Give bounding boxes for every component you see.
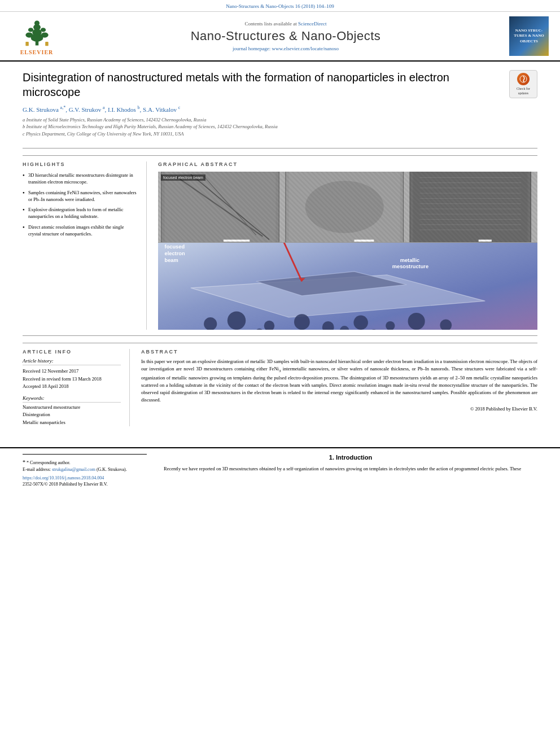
svg-rect-12	[158, 172, 537, 242]
journal-name: Nano-Structures & Nano-Objects	[73, 29, 498, 43]
highlight-item-1: 3D hierarchical metallic mesostructures …	[23, 172, 138, 186]
svg-point-8	[40, 28, 45, 32]
article-body: Disintegration of nanostructured metals …	[0, 62, 560, 447]
svg-point-6	[41, 33, 48, 38]
svg-rect-38	[479, 239, 492, 241]
keyword-1: Nanostructured mesostructure	[23, 404, 121, 412]
ga-bottom-image: focused electron beam metallic mesostruc…	[158, 243, 537, 330]
journal-header: ELSEVIER Contents lists available at Sci…	[0, 12, 560, 62]
journal-title-block: Contents lists available at ScienceDirec…	[73, 21, 498, 51]
affiliations: a Institute of Solid State Physics, Russ…	[23, 116, 498, 138]
authors: G.K. Strukova a,*, G.V. Strukov a, I.I. …	[23, 105, 498, 113]
graphical-abstract-column: GRAPHICAL ABSTRACT focused electron beam	[158, 161, 537, 330]
homepage-line: journal homepage: www.elsevier.com/locat…	[73, 46, 498, 51]
article-history-label: Article history:	[23, 358, 121, 365]
check-updates-label: Check forupdates	[517, 87, 530, 95]
footnote-column: * * Corresponding author. E-mail address…	[23, 454, 147, 487]
journal-bar-text: Nano-Structures & Nano-Objects 16 (2018)…	[226, 3, 334, 9]
accepted-date: Accepted 18 April 2018	[23, 383, 121, 391]
highlight-item-4: Direct atomic resolution images exhibit …	[23, 224, 138, 238]
svg-point-53	[294, 314, 310, 330]
intro-section-title: 1. Introduction	[164, 454, 537, 461]
highlights-graphical-section: HIGHLIGHTS 3D hierarchical metallic meso…	[23, 155, 537, 336]
email-note: E-mail address: strukgalina@gmail.com (G…	[23, 466, 147, 473]
highlight-item-2: Samples containing FeNi3 nanowires, silv…	[23, 189, 138, 203]
svg-text:metallic: metallic	[400, 257, 419, 263]
svg-point-57	[408, 313, 425, 330]
elsevier-tree-icon	[21, 17, 53, 48]
intro-text: Recently we have reported on 3D mesostru…	[164, 465, 537, 473]
svg-rect-21	[410, 172, 531, 242]
svg-point-4	[34, 20, 39, 25]
abstract-label: ABSTRACT	[141, 349, 537, 355]
article-title: Disintegration of nanostructured metals …	[23, 70, 498, 99]
check-updates-icon	[517, 73, 530, 85]
svg-text:beam: beam	[165, 257, 178, 263]
ga-top-label: focused electron beam	[161, 174, 205, 181]
svg-point-55	[353, 315, 368, 329]
cover-text: NANO STRUC- TURES & NANO OBJECTS	[511, 28, 546, 43]
homepage-link[interactable]: www.elsevier.com/locate/nanoso	[272, 46, 339, 51]
sciencedirect-link[interactable]: ScienceDirect	[298, 21, 326, 27]
svg-point-5	[25, 33, 33, 38]
introduction-column: 1. Introduction Recently we have reporte…	[164, 454, 537, 487]
svg-line-16	[191, 174, 269, 239]
abstract-text: In this paper we report on an explosive …	[141, 358, 537, 404]
copyright-text: © 2018 Published by Elsevier B.V.	[141, 406, 537, 412]
svg-rect-10	[45, 42, 49, 46]
article-info-column: ARTICLE INFO Article history: Received 1…	[23, 349, 130, 427]
corresponding-author-note: * * Corresponding author.	[23, 458, 147, 466]
highlights-list: 3D hierarchical metallic mesostructures …	[23, 172, 138, 238]
svg-text:electron: electron	[165, 251, 185, 256]
svg-rect-18	[286, 172, 404, 242]
svg-rect-19	[289, 172, 400, 242]
graphical-abstract-label: GRAPHICAL ABSTRACT	[158, 161, 537, 167]
keyword-2: Disintegration	[23, 411, 121, 419]
title-text-block: Disintegration of nanostructured metals …	[23, 70, 498, 138]
abstract-column: ABSTRACT In this paper we report on an e…	[141, 349, 537, 427]
svg-rect-34	[224, 239, 250, 241]
article-info-abstract-section: ARTICLE INFO Article history: Received 1…	[23, 343, 537, 433]
svg-line-17	[204, 176, 256, 235]
svg-line-15	[178, 177, 263, 236]
highlight-item-3: Explosive disintegration leads to form o…	[23, 206, 138, 220]
affiliation-a: a Institute of Solid State Physics, Russ…	[23, 116, 498, 124]
svg-rect-22	[413, 172, 528, 242]
authors-text: G.K. Strukova a,*, G.V. Strukov a, I.I. …	[23, 106, 180, 113]
email-address[interactable]: strukgalina@gmail.com	[52, 467, 95, 472]
svg-point-51	[228, 312, 246, 330]
svg-point-7	[28, 28, 33, 32]
svg-point-20	[305, 181, 384, 233]
issn-text: 2352-507X/© 2018 Published by Elsevier B…	[23, 482, 147, 487]
svg-rect-36	[355, 239, 374, 241]
svg-text:mesostructure: mesostructure	[392, 264, 428, 269]
ga-top-image: focused electron beam	[158, 172, 537, 243]
check-updates-badge[interactable]: Check forupdates	[509, 70, 537, 98]
journal-bar: Nano-Structures & Nano-Objects 16 (2018)…	[0, 0, 560, 12]
revised-date: Received in revised form 13 March 2018	[23, 375, 121, 383]
elsevier-label: ELSEVIER	[20, 49, 54, 55]
keywords-label: Keywords:	[23, 395, 121, 403]
svg-text:focused: focused	[165, 244, 185, 250]
graphical-abstract-image: focused electron beam	[158, 172, 537, 330]
contents-line: Contents lists available at ScienceDirec…	[73, 21, 498, 27]
title-section: Disintegration of nanostructured metals …	[23, 70, 537, 142]
affiliation-c: c Physics Department, City College of Ci…	[23, 130, 498, 138]
doi-link[interactable]: https://doi.org/10.1016/j.nanoso.2018.04…	[23, 475, 147, 480]
highlights-column: HIGHLIGHTS 3D hierarchical metallic meso…	[23, 161, 147, 330]
journal-cover-image: NANO STRUC- TURES & NANO OBJECTS	[509, 16, 549, 56]
svg-rect-9	[25, 42, 29, 46]
footer-section: * * Corresponding author. E-mail address…	[0, 447, 560, 492]
elsevier-logo: ELSEVIER	[11, 17, 62, 55]
affiliation-b: b Institute of Microelectronics Technolo…	[23, 123, 498, 130]
svg-rect-14	[165, 172, 276, 242]
svg-rect-13	[161, 172, 279, 242]
keyword-3: Metallic nanoparticles	[23, 419, 121, 427]
divider-1	[23, 148, 537, 148]
corresponding-author-label: * Corresponding author.	[27, 460, 71, 465]
article-info-label: ARTICLE INFO	[23, 349, 121, 355]
highlights-label: HIGHLIGHTS	[23, 161, 138, 167]
received-date: Received 12 November 2017	[23, 368, 121, 375]
